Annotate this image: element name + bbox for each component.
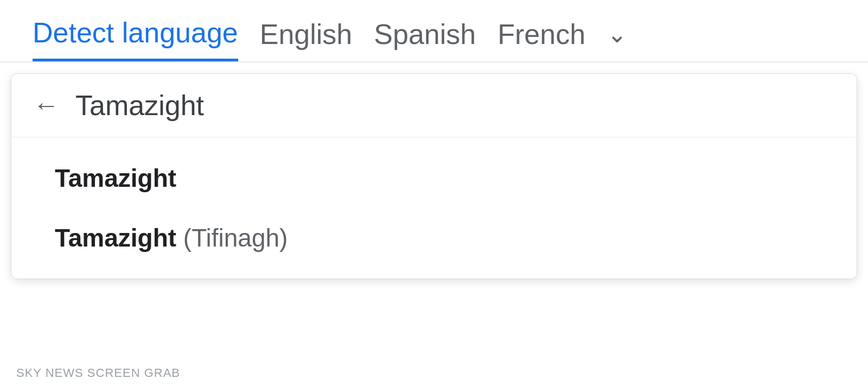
language-tabs-bar: Detect language English Spanish French ⌄ <box>0 0 868 61</box>
tab-spanish[interactable]: Spanish <box>374 18 476 60</box>
search-input-row: ← <box>11 74 857 137</box>
result-sub-text: (Tifinagh) <box>176 224 288 252</box>
result-main-text: Tamazight <box>55 164 176 192</box>
tab-english[interactable]: English <box>260 18 353 60</box>
more-languages-chevron-icon[interactable]: ⌄ <box>607 20 627 58</box>
tab-detect-language[interactable]: Detect language <box>33 16 238 61</box>
result-main-text: Tamazight <box>55 224 176 252</box>
language-search-input[interactable] <box>75 89 835 122</box>
list-item[interactable]: Tamazight <box>11 148 857 208</box>
tabs-divider <box>0 61 868 62</box>
language-search-dropdown: ← Tamazight Tamazight (Tifinagh) <box>11 73 857 279</box>
search-results-list: Tamazight Tamazight (Tifinagh) <box>11 137 857 279</box>
watermark-text: SKY NEWS SCREEN GRAB <box>16 366 180 380</box>
list-item[interactable]: Tamazight (Tifinagh) <box>11 208 857 268</box>
tab-french[interactable]: French <box>497 18 585 60</box>
back-arrow-icon[interactable]: ← <box>33 92 59 118</box>
